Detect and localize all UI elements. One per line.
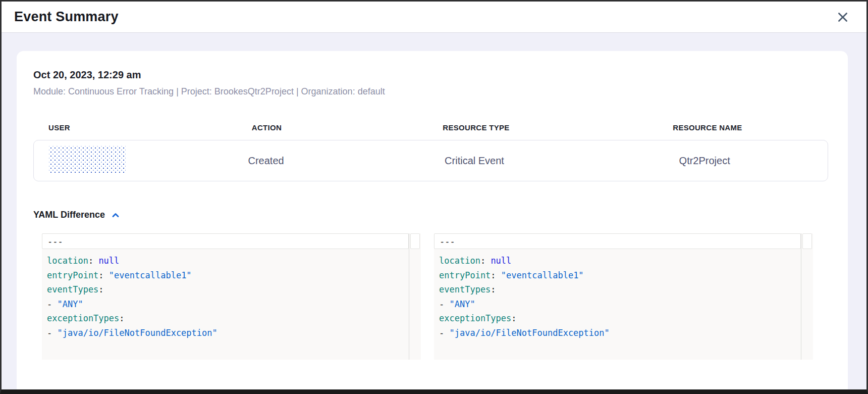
yaml-line: location: null <box>439 254 813 268</box>
yaml-diff-viewer: --- location: nullentryPoint: "eventcall… <box>42 233 831 360</box>
close-icon <box>836 11 849 24</box>
yaml-line: - "java/io/FileNotFoundException" <box>47 326 421 340</box>
dialog-header: Event Summary <box>2 2 866 33</box>
table-row: Created Critical Event Qtr2Project <box>33 140 828 181</box>
action-cell: Created <box>165 155 367 167</box>
yaml-line: - "java/io/FileNotFoundException" <box>439 326 813 340</box>
chevron-up-icon[interactable] <box>111 210 121 220</box>
scrollbar-thumb[interactable] <box>410 233 420 249</box>
event-meta: Module: Continuous Error Tracking | Proj… <box>33 86 831 97</box>
redacted-user-avatar <box>49 146 126 173</box>
column-header-action: ACTION <box>165 123 368 132</box>
yaml-document-start: --- <box>47 236 63 247</box>
yaml-code-right: location: nullentryPoint: "eventcallable… <box>434 249 813 340</box>
column-header-user: USER <box>33 123 165 132</box>
yaml-line: - "ANY" <box>47 297 421 312</box>
yaml-line: eventTypes: <box>47 282 421 297</box>
column-header-resource-name: RESOURCE NAME <box>584 123 831 132</box>
yaml-line: eventTypes: <box>439 282 813 297</box>
dialog-body: Oct 20, 2023, 12:29 am Module: Continuou… <box>2 33 866 389</box>
scrollbar-thumb[interactable] <box>802 233 812 249</box>
yaml-line: location: null <box>47 254 421 268</box>
yaml-difference-label: YAML Difference <box>33 210 105 220</box>
close-button[interactable] <box>834 9 851 26</box>
yaml-difference-toggle[interactable]: YAML Difference <box>33 210 121 220</box>
yaml-line: exceptionTypes: <box>47 311 421 326</box>
scrollbar-track[interactable] <box>409 233 421 360</box>
column-header-resource-type: RESOURCE TYPE <box>368 123 584 132</box>
yaml-line: entryPoint: "eventcallable1" <box>439 268 813 283</box>
yaml-line: - "ANY" <box>439 297 813 312</box>
user-cell <box>34 146 165 176</box>
yaml-document-start-row: --- <box>434 233 801 249</box>
resource-type-cell: Critical Event <box>367 155 582 167</box>
yaml-code-left: location: nullentryPoint: "eventcallable… <box>42 249 421 340</box>
yaml-pane-left: --- location: nullentryPoint: "eventcall… <box>42 233 421 360</box>
event-card: Oct 20, 2023, 12:29 am Module: Continuou… <box>17 51 848 389</box>
scrollbar-track[interactable] <box>801 233 813 360</box>
yaml-document-start-row: --- <box>42 233 409 249</box>
yaml-line: exceptionTypes: <box>439 311 813 326</box>
event-summary-dialog: Event Summary Oct 20, 2023, 12:29 am Mod… <box>0 0 868 394</box>
yaml-pane-right: --- location: nullentryPoint: "eventcall… <box>434 233 813 360</box>
event-timestamp: Oct 20, 2023, 12:29 am <box>33 69 831 81</box>
yaml-document-start: --- <box>440 236 455 247</box>
dialog-title: Event Summary <box>14 9 119 25</box>
resource-name-cell: Qtr2Project <box>581 155 828 167</box>
yaml-line: entryPoint: "eventcallable1" <box>47 268 421 283</box>
table-header: USER ACTION RESOURCE TYPE RESOURCE NAME <box>33 123 831 132</box>
